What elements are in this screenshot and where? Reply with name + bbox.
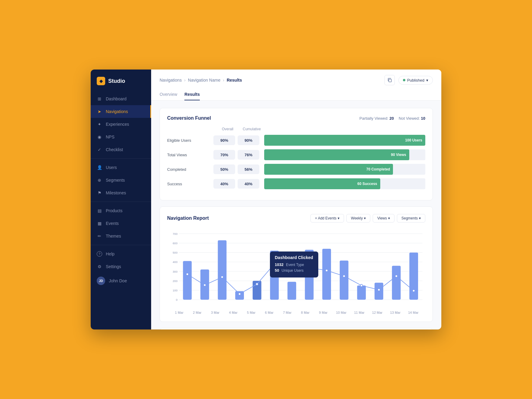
sidebar-label-navigations: Navigations [106, 109, 128, 114]
svg-rect-17 [183, 261, 192, 300]
funnel-card: Conversion Funnel Partially Viewed: 20 N… [160, 108, 433, 200]
svg-point-43 [395, 275, 397, 277]
x-label: 1 Mar [170, 311, 188, 314]
status-label: Published [407, 78, 424, 83]
chart-header: Navigation Report + Add Events ▾ Weekly … [167, 214, 425, 222]
logo-icon: ◆ [97, 77, 105, 85]
sidebar-label-help: Help [106, 251, 115, 256]
copy-button[interactable] [384, 75, 395, 85]
funnel-bar: 100 Users [264, 135, 425, 146]
col-cumulative: Cumulative [240, 127, 264, 131]
sidebar-label-nps: NPS [106, 135, 115, 139]
sidebar-label-users: Users [106, 165, 117, 170]
sidebar-item-dashboard[interactable]: ⊞ Dashboard [91, 92, 151, 105]
status-dot [403, 79, 405, 81]
header: Navigations › Navigation Name › Results [151, 70, 441, 101]
svg-text:100: 100 [173, 289, 177, 292]
funnel-bar-label: 70 Completed [366, 167, 390, 171]
svg-point-41 [360, 284, 363, 287]
breadcrumb: Navigations › Navigation Name › Results [160, 78, 242, 83]
x-label: 3 Mar [206, 311, 224, 314]
add-events-button[interactable]: + Add Events ▾ [310, 214, 344, 222]
svg-text:500: 500 [173, 251, 177, 254]
tab-overview[interactable]: Overview [160, 89, 177, 100]
avatar: JD [97, 277, 105, 285]
funnel-bar-label: 100 Users [405, 138, 422, 142]
funnel-row: Total Views 70% 76% 90 Views [167, 149, 425, 160]
logo: ◆ Studio [91, 70, 151, 92]
sidebar-item-segments[interactable]: ⊕ Segments [91, 174, 151, 187]
content: Conversion Funnel Partially Viewed: 20 N… [151, 101, 441, 329]
funnel-stats: Partially Viewed: 20 Not Viewed: 10 [359, 116, 425, 121]
svg-point-36 [273, 263, 276, 265]
chart-title: Navigation Report [167, 216, 209, 221]
funnel-cumulative-pct: 40% [238, 179, 259, 189]
main-area: Navigations › Navigation Name › Results [151, 70, 441, 329]
svg-point-34 [238, 293, 241, 295]
breadcrumb-sep-1: › [184, 78, 186, 83]
sidebar-bottom: ? Help ⚙ Settings JD John Doe [91, 248, 151, 294]
funnel-col-headers: Overall Cumulative [167, 127, 425, 131]
svg-point-33 [221, 276, 223, 278]
svg-rect-19 [218, 240, 227, 300]
svg-rect-30 [409, 252, 418, 300]
segments-button[interactable]: Segments ▾ [397, 214, 425, 222]
step-details-card: Step Details Step 1: Announcement [160, 328, 433, 329]
x-label: 14 Mar [404, 311, 423, 314]
sidebar-label-settings: Settings [106, 264, 121, 269]
sidebar-item-navigations[interactable]: ➤ Navigations [91, 105, 151, 118]
funnel-rows: Eligible Users 90% 90% 100 Users Total V… [167, 135, 425, 189]
sidebar-label-checklist: Checklist [106, 147, 123, 152]
sidebar-item-help[interactable]: ? Help [91, 248, 151, 260]
svg-rect-29 [392, 266, 401, 300]
x-label: 13 Mar [386, 311, 404, 314]
tab-results[interactable]: Results [184, 89, 200, 100]
weekly-button[interactable]: Weekly ▾ [346, 214, 370, 222]
funnel-row: Eligible Users 90% 90% 100 Users [167, 135, 425, 146]
sidebar-item-checklist[interactable]: ✓ Checklist [91, 143, 151, 156]
funnel-bar-label: 60 Success [357, 182, 377, 186]
svg-rect-23 [287, 282, 296, 300]
sidebar-item-products[interactable]: ▤ Products [91, 204, 151, 217]
funnel-bar-container: 90 Views [264, 149, 425, 160]
breadcrumb-nav-name[interactable]: Navigation Name [188, 78, 220, 83]
experiences-icon: ✦ [97, 122, 102, 127]
svg-point-37 [291, 273, 293, 275]
partial-viewed: Partially Viewed: 20 [359, 116, 394, 121]
status-badge[interactable]: Published ▾ [398, 76, 433, 85]
funnel-overall-pct: 50% [213, 164, 235, 174]
breadcrumb-navigations[interactable]: Navigations [160, 78, 182, 83]
svg-rect-26 [340, 261, 349, 300]
funnel-bar: 60 Success [264, 178, 380, 189]
users-icon: 👤 [97, 165, 102, 170]
funnel-title: Conversion Funnel [167, 115, 211, 121]
funnel-bar-container: 70 Completed [264, 164, 425, 175]
funnel-card-header: Conversion Funnel Partially Viewed: 20 N… [167, 115, 425, 121]
help-icon: ? [97, 251, 102, 257]
svg-text:200: 200 [173, 279, 177, 283]
tabs-row: Overview Results [160, 89, 433, 100]
svg-text:0: 0 [176, 298, 177, 301]
x-label: 10 Mar [332, 311, 350, 314]
x-label: 6 Mar [260, 311, 278, 314]
breadcrumb-results: Results [227, 78, 242, 83]
funnel-overall-pct: 70% [213, 150, 235, 160]
sidebar-item-themes[interactable]: ✏ Themes [91, 230, 151, 242]
funnel-bar-container: 60 Success [264, 178, 425, 189]
svg-point-40 [343, 275, 345, 277]
sidebar-item-events[interactable]: ▦ Events [91, 217, 151, 230]
x-label: 9 Mar [314, 311, 332, 314]
sidebar-item-users[interactable]: 👤 Users [91, 161, 151, 174]
svg-rect-22 [270, 251, 279, 300]
sidebar-item-nps[interactable]: ◉ NPS [91, 131, 151, 143]
views-button[interactable]: Views ▾ [373, 214, 394, 222]
sidebar-item-settings[interactable]: ⚙ Settings [91, 260, 151, 273]
sidebar-label-products: Products [106, 208, 122, 213]
breadcrumb-row: Navigations › Navigation Name › Results [160, 70, 433, 85]
funnel-row-label: Completed [167, 167, 211, 172]
x-label: 4 Mar [224, 311, 242, 314]
sidebar-item-experiences[interactable]: ✦ Experiences [91, 118, 151, 131]
sidebar-item-user[interactable]: JD John Doe [91, 273, 151, 289]
funnel-overall-pct: 90% [213, 135, 235, 145]
sidebar-item-milestones[interactable]: ⚑ Milestones [91, 187, 151, 199]
